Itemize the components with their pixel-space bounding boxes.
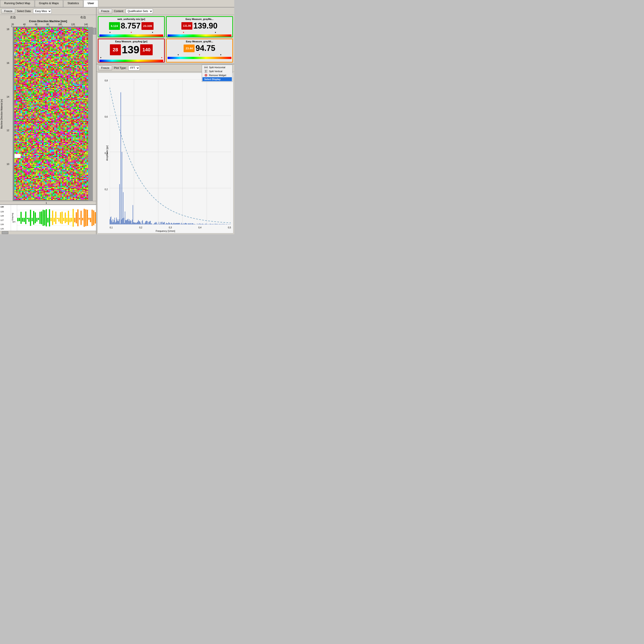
context-remove-widget-label: Remove Widget (209, 74, 226, 77)
qual-card-4-title: Easy Measure_grayMi... (168, 40, 231, 43)
x-tick-120: 120 (71, 23, 75, 26)
v-split-icon (204, 70, 208, 73)
y-axis-label: Machine Direction Material [m] (0, 27, 6, 201)
tab-running-defect-map[interactable]: Running Defect Map (0, 0, 34, 7)
qual-card-2-left-val: 131.99 (181, 22, 192, 30)
context-split-horizontal-label: Split Horizontal (209, 66, 225, 69)
qual-card-3-values: 28 139 140 (99, 44, 163, 56)
qual-card-4: Easy Measure_grayMi... 23.44 94.75 ▼ ▼ ▼ (166, 39, 233, 63)
bottom-chart-y-axis: 130 129 128 127 126 125 (0, 205, 11, 231)
vertical-scrollbar[interactable] (93, 27, 96, 201)
qual-card-3-gauge-bar (99, 60, 163, 62)
map-scroll-indicator[interactable]: 1 (0, 201, 96, 204)
right-freeze-button[interactable]: Freeze (98, 9, 112, 14)
defect-map-wrapper: Machine Direction Material [m] 18 16 14 … (0, 27, 96, 201)
bottom-chart: 130 129 128 127 126 125 GrayAvg [gv] (0, 204, 96, 231)
gray-avg-label: 130 (0, 206, 10, 208)
h-split-icon (204, 66, 208, 69)
qual-card-4-gauge-bar (168, 57, 231, 59)
qual-card-1: web_uniformity mis [gv] 6.124 8.757 23.3… (98, 16, 165, 37)
select-data-label: Select Data: (17, 10, 31, 13)
scroll-number: 1 (46, 202, 47, 204)
context-select-display[interactable]: Select Display (202, 77, 232, 81)
qual-card-4-gauge: ▼ ▼ ▼ (168, 54, 231, 58)
qual-card-3-right-val: 140 (140, 44, 153, 55)
x-tick-140: 140 (84, 23, 88, 26)
context-menu: Split Horizontal Split Vertical (202, 65, 233, 82)
svg-rect-16 (206, 70, 208, 73)
y-tick-18: 18 (7, 28, 12, 30)
fft-toolbar: Freeze Plot Type: FFT (97, 64, 234, 72)
qual-card-3: Easy Measure_grayAvg [gv] 28 139 140 ▼ ▼ (98, 39, 165, 63)
horizontal-scrollbar[interactable] (0, 231, 96, 234)
qual-card-1-main-val: 8.757 (121, 21, 141, 30)
qual-card-1-gauge: ▼ ▼ ▼ (99, 31, 163, 36)
qual-card-4-main-val: 94.75 (195, 44, 215, 53)
qual-grid: web_uniformity mis [gv] 6.124 8.757 23.3… (97, 15, 234, 64)
plot-type-label: Plot Type: (114, 66, 127, 70)
qual-card-1-gauge-bar (99, 34, 163, 37)
qual-card-2-title: Easy Measure_grayMa... (168, 18, 231, 20)
defect-map-canvas[interactable] (13, 27, 93, 201)
y-axis-ticks: 18 16 14 12 10 (6, 27, 13, 201)
qual-card-4-left-val: 23.44 (184, 45, 195, 52)
qual-card-4-values: 23.44 94.75 (168, 44, 231, 53)
x-tick-20: 20 (11, 23, 14, 26)
fft-plot[interactable]: Amplitude [gv] 0,8 0,6 0,4 0,2 0,1 0,2 0… (97, 73, 233, 233)
qual-card-1-title: web_uniformity mis [gv] (99, 18, 163, 20)
tab-bar: Running Defect Map Graphs & Maps Statist… (0, 0, 234, 7)
cross-direction-label: Cross Direction Machine [mm] (0, 19, 96, 23)
qual-section: Freeze Content: Qualification Sets web_u… (97, 7, 234, 64)
map-container: 左边 右边 Cross Direction Machine [mm] 20 40… (0, 15, 96, 204)
qual-card-2-main-val: 139.90 (193, 21, 217, 30)
context-split-horizontal[interactable]: Split Horizontal (202, 65, 232, 69)
right-edge-label: 右边 (80, 15, 86, 19)
content-dropdown[interactable]: Qualification Sets (126, 9, 153, 14)
right-panel: Freeze Content: Qualification Sets web_u… (97, 7, 234, 234)
qual-card-1-values: 6.124 8.757 23.339 (99, 21, 163, 30)
left-freeze-button[interactable]: Freeze (1, 9, 15, 14)
fft-y-ticks: 0,8 0,6 0,4 0,2 (98, 79, 109, 224)
qual-card-1-right-val: 23.339 (141, 22, 154, 30)
left-toolbar: Freeze Select Data: Easy Mea (0, 7, 96, 15)
bottom-chart-area[interactable] (17, 205, 96, 231)
qual-card-2-gauge: ▼ ▼ (168, 31, 231, 36)
x-tick-60: 60 (35, 23, 37, 26)
svg-rect-13 (204, 68, 208, 69)
left-panel: Freeze Select Data: Easy Mea 左边 右边 Cross… (0, 7, 97, 234)
context-select-display-label: Select Display (204, 78, 221, 81)
x-tick-100: 100 (58, 23, 62, 26)
qual-card-2: Easy Measure_grayMa... 131.99 139.90 ▼ ▼ (166, 16, 233, 37)
x-tick-40: 40 (23, 23, 25, 26)
qual-card-3-gauge: ▼ ▼ (99, 57, 163, 61)
fft-x-ticks: 0,1 0,2 0,3 0,4 0,5 (110, 226, 231, 229)
main-layout: Freeze Select Data: Easy Mea 左边 右边 Cross… (0, 7, 234, 234)
qual-card-2-values: 131.99 139.90 (168, 21, 231, 30)
y-tick-14: 14 (7, 95, 12, 98)
fft-freeze-button[interactable]: Freeze (98, 66, 112, 70)
qual-card-2-gauge-bar (168, 34, 231, 37)
y-tick-16: 16 (7, 62, 12, 64)
gray-avg-axis-label: GrayAvg (11, 213, 16, 221)
x-tick-80: 80 (47, 23, 49, 26)
tab-graphs-maps[interactable]: Graphs & Maps (35, 0, 63, 7)
qual-card-1-left-val: 6.124 (109, 22, 120, 30)
y-tick-10: 10 (7, 163, 12, 165)
context-remove-widget[interactable]: Remove Widget (202, 73, 232, 77)
svg-rect-15 (204, 70, 206, 73)
context-split-vertical-label: Split Vertical (209, 70, 222, 73)
qual-card-3-left-val: 28 (110, 44, 121, 55)
context-split-vertical[interactable]: Split Vertical (202, 69, 232, 73)
select-data-dropdown[interactable]: Easy Mea (33, 9, 52, 14)
qual-card-3-main-val: 139 (122, 44, 139, 56)
x-icon (204, 74, 208, 77)
y-tick-12: 12 (7, 129, 12, 132)
tab-user[interactable]: User (84, 0, 98, 7)
tab-statistics[interactable]: Statistics (63, 0, 83, 7)
content-label: Content: (114, 10, 124, 13)
fft-section: Freeze Plot Type: FFT (97, 64, 234, 234)
fft-x-axis-label: Frequency [1/mm] (156, 230, 175, 232)
qual-card-3-title: Easy Measure_grayAvg [gv] (99, 40, 163, 43)
qual-toolbar: Freeze Content: Qualification Sets (97, 7, 234, 15)
plot-type-dropdown[interactable]: FFT (128, 66, 140, 70)
